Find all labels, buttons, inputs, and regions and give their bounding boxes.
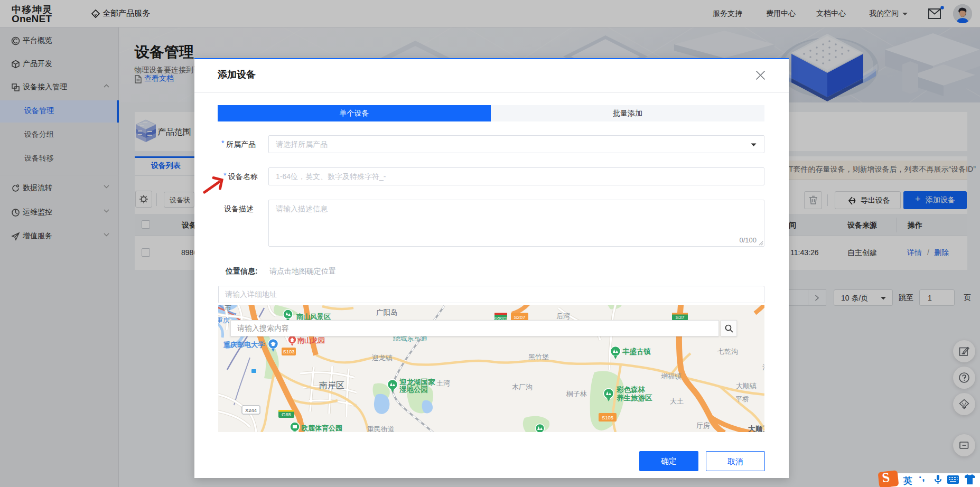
svg-text:木厂沟: 木厂沟: [512, 383, 533, 391]
svg-text:桐子林: 桐子林: [566, 390, 587, 398]
svg-text:黑竹堡: 黑竹堡: [528, 353, 549, 361]
svg-text:重庆: 重庆: [218, 316, 230, 324]
svg-text:南山风景区: 南山风景区: [296, 313, 331, 321]
svg-text:平桥: 平桥: [735, 395, 749, 403]
svg-text:大顺镇: 大顺镇: [736, 382, 757, 390]
svg-text:南岸区: 南岸区: [319, 381, 344, 390]
svg-text:X244: X244: [245, 407, 257, 413]
svg-text:丰盛古镇: 丰盛古镇: [622, 348, 651, 355]
svg-text:河: 河: [762, 363, 764, 371]
svg-text:大顺互通: 大顺互通: [748, 425, 764, 432]
svg-text:重民街道: 重民街道: [367, 425, 395, 432]
svg-text:S105: S105: [602, 415, 613, 420]
svg-text:S207: S207: [514, 314, 525, 320]
svg-text:湿地公园: 湿地公园: [399, 386, 428, 394]
svg-text:南山龙园: 南山龙园: [297, 336, 325, 344]
svg-text:广阳岛: 广阳岛: [376, 308, 398, 316]
svg-text:迎龙湖国家: 迎龙湖国家: [399, 378, 435, 386]
svg-text:G65: G65: [282, 411, 291, 417]
svg-text:增福镇: 增福镇: [660, 372, 682, 380]
svg-text:迎龙镇: 迎龙镇: [372, 354, 393, 362]
svg-text:厅房: 厅房: [696, 422, 710, 429]
svg-text:市: 市: [225, 305, 231, 312]
svg-text:重庆邮电大学: 重庆邮电大学: [223, 341, 265, 349]
svg-text:养生旅游区: 养生旅游区: [617, 394, 652, 402]
svg-text:七乾沟: 七乾沟: [717, 348, 738, 355]
svg-text:S103: S103: [283, 349, 294, 354]
svg-text:土湾: 土湾: [436, 379, 450, 387]
svg-text:欧麓体育公园: 欧麓体育公园: [301, 424, 342, 432]
svg-text:S37: S37: [676, 314, 685, 320]
svg-text:大土: 大土: [670, 397, 684, 405]
svg-text:彩色森林: 彩色森林: [616, 386, 646, 394]
svg-text:后湾: 后湾: [556, 312, 570, 320]
